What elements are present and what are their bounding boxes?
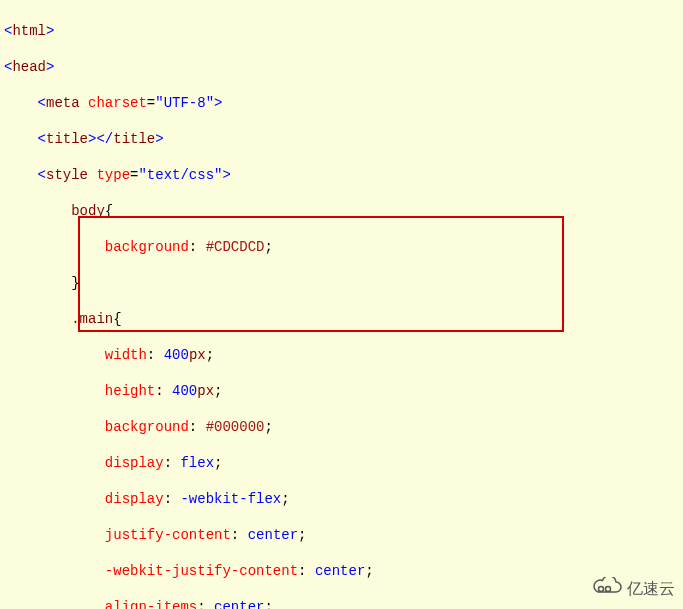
code-line: -webkit-justify-content: center; (4, 562, 683, 580)
code-block: <html> <head> <meta charset="UTF-8"> <ti… (0, 0, 683, 609)
code-line: display: flex; (4, 454, 683, 472)
code-line: <title></title> (4, 130, 683, 148)
watermark-text: 亿速云 (627, 580, 675, 598)
code-line: .main{ (4, 310, 683, 328)
code-line: <style type="text/css"> (4, 166, 683, 184)
code-line: justify-content: center; (4, 526, 683, 544)
code-line: body{ (4, 202, 683, 220)
code-line: background: #000000; (4, 418, 683, 436)
code-line: } (4, 274, 683, 292)
code-line: background: #CDCDCD; (4, 238, 683, 256)
code-line: align-items: center; (4, 598, 683, 609)
code-line: height: 400px; (4, 382, 683, 400)
svg-point-1 (606, 587, 611, 592)
code-line: display: -webkit-flex; (4, 490, 683, 508)
watermark: 亿速云 (591, 577, 675, 601)
cloud-icon (591, 577, 623, 601)
code-line: <meta charset="UTF-8"> (4, 94, 683, 112)
code-line: <head> (4, 58, 683, 76)
code-line: <html> (4, 22, 683, 40)
svg-point-0 (599, 587, 604, 592)
code-line: width: 400px; (4, 346, 683, 364)
